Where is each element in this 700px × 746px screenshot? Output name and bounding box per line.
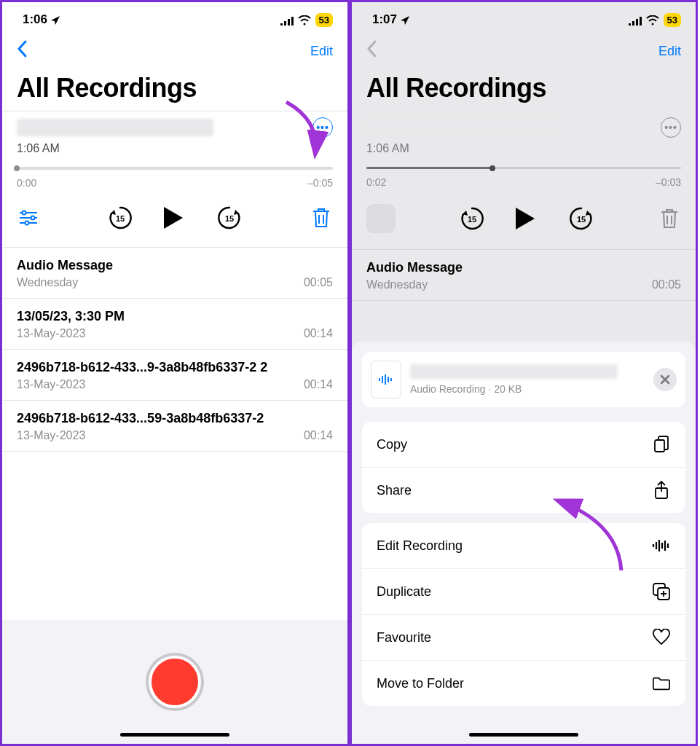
svg-text:15: 15 bbox=[225, 214, 234, 223]
delete-button[interactable] bbox=[310, 206, 333, 229]
svg-rect-2 bbox=[288, 19, 290, 25]
action-copy[interactable]: Copy bbox=[362, 422, 685, 468]
action-favourite[interactable]: Favourite bbox=[362, 615, 685, 661]
svg-point-8 bbox=[23, 211, 26, 215]
selected-recording: ••• 1:06 AM bbox=[2, 111, 347, 167]
selected-recording: ••• 1:06 AM bbox=[352, 111, 696, 167]
list-item[interactable]: 13/05/23, 3:30 PM 13-May-202300:14 bbox=[2, 299, 347, 350]
recordings-list: Audio Message Wednesday00:05 bbox=[352, 249, 696, 301]
svg-rect-18 bbox=[640, 17, 642, 25]
battery-level-icon: 53 bbox=[664, 13, 681, 27]
delete-button[interactable] bbox=[658, 207, 681, 230]
recordings-list: Audio Message Wednesday00:05 13/05/23, 3… bbox=[2, 247, 347, 452]
recording-title-redacted bbox=[17, 119, 213, 136]
svg-rect-17 bbox=[636, 19, 638, 25]
home-indicator[interactable] bbox=[469, 733, 578, 737]
playback-options-button[interactable] bbox=[17, 206, 40, 229]
page-title: All Recordings bbox=[366, 73, 681, 103]
elapsed-time: 0:00 bbox=[17, 177, 36, 189]
record-button[interactable] bbox=[149, 656, 201, 708]
screenshot-right: 1:07 53 Edit All Recordings ••• 1:06 bbox=[350, 0, 698, 746]
edit-button[interactable]: Edit bbox=[310, 44, 333, 59]
playback-scrubber[interactable] bbox=[2, 167, 347, 170]
play-button[interactable] bbox=[162, 205, 187, 230]
copy-icon bbox=[652, 435, 671, 454]
more-options-button[interactable]: ••• bbox=[661, 117, 681, 138]
heart-icon bbox=[652, 628, 671, 647]
battery-level-icon: 53 bbox=[315, 13, 333, 27]
svg-point-19 bbox=[651, 23, 653, 25]
record-footer bbox=[2, 620, 347, 744]
svg-rect-3 bbox=[291, 17, 294, 25]
sheet-file-header: Audio Recording · 20 KB bbox=[362, 352, 685, 407]
svg-point-9 bbox=[31, 216, 35, 220]
list-item[interactable]: 2496b718-b612-433...9-3a8b48fb6337-2 2 1… bbox=[2, 350, 347, 401]
playback-controls: 15 15 bbox=[2, 192, 347, 247]
remaining-time: –0:05 bbox=[307, 177, 333, 189]
wifi-icon bbox=[646, 15, 659, 25]
action-group-1: Copy Share bbox=[362, 422, 685, 513]
skip-forward-15-button[interactable]: 15 bbox=[216, 205, 243, 231]
svg-rect-16 bbox=[632, 21, 634, 25]
more-options-button[interactable]: ••• bbox=[312, 117, 333, 138]
edit-button[interactable]: Edit bbox=[658, 44, 681, 59]
action-edit-recording[interactable]: Edit Recording bbox=[362, 523, 685, 569]
folder-icon bbox=[652, 674, 671, 693]
recording-timestamp: 1:06 AM bbox=[17, 138, 333, 167]
waveform-icon bbox=[652, 536, 671, 555]
page-title: All Recordings bbox=[17, 73, 333, 103]
playback-time-labels: 0:02 –0:03 bbox=[352, 169, 696, 191]
playback-scrubber[interactable] bbox=[352, 167, 696, 169]
cellular-signal-icon bbox=[280, 15, 294, 25]
action-duplicate[interactable]: Duplicate bbox=[362, 569, 685, 615]
skip-back-15-button[interactable]: 15 bbox=[459, 205, 485, 232]
svg-text:15: 15 bbox=[577, 215, 586, 224]
location-arrow-icon bbox=[50, 15, 60, 25]
nav-bar: Edit bbox=[2, 33, 347, 70]
location-arrow-icon bbox=[400, 15, 410, 25]
elapsed-time: 0:02 bbox=[366, 176, 386, 188]
file-thumbnail-icon bbox=[371, 361, 401, 398]
cellular-signal-icon bbox=[629, 15, 642, 25]
wifi-icon bbox=[298, 15, 311, 25]
file-subtitle: Audio Recording · 20 KB bbox=[410, 383, 645, 395]
back-button[interactable] bbox=[17, 40, 27, 63]
playback-controls: 15 15 bbox=[352, 191, 696, 249]
status-bar: 1:06 53 bbox=[2, 2, 347, 33]
svg-text:15: 15 bbox=[468, 215, 476, 224]
svg-point-4 bbox=[303, 23, 305, 25]
status-bar: 1:07 53 bbox=[352, 2, 696, 33]
recording-title-redacted bbox=[366, 119, 563, 136]
action-share[interactable]: Share bbox=[362, 468, 685, 513]
playback-time-labels: 0:00 –0:05 bbox=[2, 170, 347, 192]
svg-point-10 bbox=[25, 221, 29, 225]
list-item[interactable]: 2496b718-b612-433...59-3a8b48fb6337-2 13… bbox=[2, 401, 347, 452]
skip-back-15-button[interactable]: 15 bbox=[107, 205, 133, 231]
status-time: 1:06 bbox=[23, 12, 47, 27]
svg-rect-1 bbox=[284, 21, 286, 25]
back-button[interactable] bbox=[366, 40, 377, 63]
recording-timestamp: 1:06 AM bbox=[366, 138, 681, 167]
action-group-2: Edit Recording Duplicate Favourite Move … bbox=[362, 523, 685, 706]
svg-rect-37 bbox=[655, 440, 664, 452]
action-sheet: Audio Recording · 20 KB Copy Share bbox=[352, 342, 696, 744]
action-move-to-folder[interactable]: Move to Folder bbox=[362, 661, 685, 706]
screenshot-left: 1:06 53 Edit All Recordings ••• 1:06 bbox=[0, 0, 350, 746]
nav-bar: Edit bbox=[352, 33, 696, 70]
duplicate-icon bbox=[652, 582, 671, 601]
list-item[interactable]: Audio Message Wednesday00:05 bbox=[2, 248, 347, 299]
svg-rect-0 bbox=[280, 23, 283, 25]
file-name-redacted bbox=[410, 364, 618, 379]
svg-rect-15 bbox=[629, 23, 631, 25]
playback-options-button[interactable] bbox=[366, 204, 396, 233]
play-button[interactable] bbox=[514, 206, 539, 231]
status-time: 1:07 bbox=[372, 12, 397, 27]
remaining-time: –0:03 bbox=[656, 176, 681, 188]
share-icon bbox=[652, 481, 671, 500]
skip-forward-15-button[interactable]: 15 bbox=[568, 205, 594, 232]
home-indicator[interactable] bbox=[120, 733, 229, 737]
list-item[interactable]: Audio Message Wednesday00:05 bbox=[352, 250, 696, 301]
close-sheet-button[interactable] bbox=[653, 368, 677, 391]
svg-text:15: 15 bbox=[116, 214, 125, 223]
